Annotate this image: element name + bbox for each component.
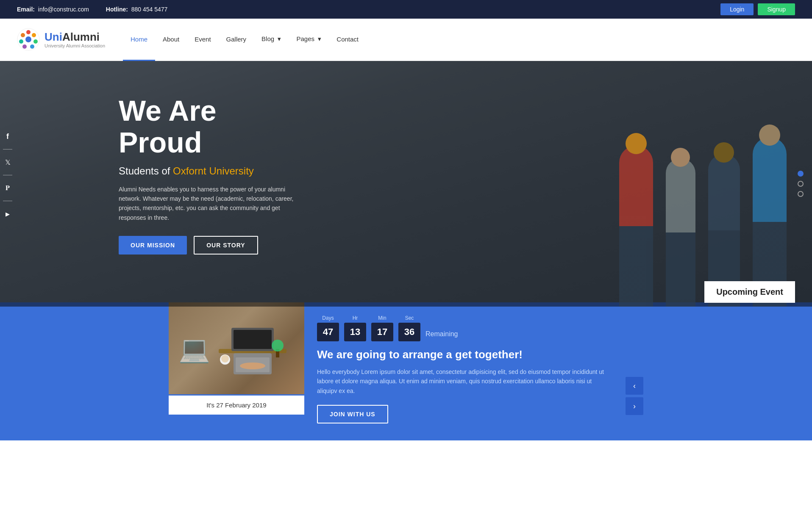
top-bar-contact: Email: info@construc.com Hotline: 880 45… [17,6,167,13]
email-value: info@construc.com [38,6,89,13]
slide-dot-3[interactable] [798,191,804,197]
navbar: UniAlumni University Alumni Association … [0,19,812,61]
social-divider-3 [3,201,12,201]
svg-point-4 [30,44,34,49]
upcoming-event-label: Upcoming Event [704,281,795,303]
svg-point-8 [25,36,31,42]
event-image [169,302,304,396]
event-date: It's 27 February 2019 [169,396,304,415]
hero-highlight: Oxfornt University [173,165,254,177]
nav-item-contact[interactable]: Contact [329,19,366,61]
svg-point-2 [32,33,36,37]
event-body: Hello everybody Lorem ipsum dolor sit am… [317,367,613,396]
event-illustration [210,315,295,383]
email-label: Email: [17,6,35,13]
svg-rect-13 [234,330,272,349]
event-title: We are going to arrange a get together! [317,348,613,361]
nav-menu: Home About Event Gallery Blog ▾ Pages ▾ … [123,19,366,61]
email-info: Email: info@construc.com [17,6,89,13]
nav-item-home[interactable]: Home [123,19,155,61]
nav-item-blog[interactable]: Blog ▾ [254,19,289,61]
event-details: Days 47 Hr 13 Min 17 Sec 36 R [304,302,626,423]
hero-subtitle: Students of Oxfornt University [119,165,297,177]
slide-dot-2[interactable] [798,181,804,187]
hero-description: Alumni Needs enables you to harness the … [119,185,297,223]
logo-text: UniAlumni University Alumni Association [44,31,105,48]
top-bar-auth: Login Signup [720,3,795,15]
youtube-icon[interactable]: ▶ [0,206,15,221]
svg-point-6 [19,39,23,44]
svg-point-18 [240,363,265,369]
social-divider-1 [3,149,12,149]
nav-item-pages[interactable]: Pages ▾ [289,19,329,61]
hotline-info: Hotline: 880 454 5477 [106,6,168,13]
brand-name: UniAlumni [44,31,105,43]
hero-content: We Are Proud Students of Oxfornt Univers… [0,61,297,271]
facebook-icon[interactable]: f [0,129,15,144]
min-value: 17 [371,323,393,341]
remaining-text: Remaining [425,330,458,340]
svg-point-1 [26,30,31,34]
story-button[interactable]: OUR STORY [194,236,258,255]
hero-section: f 𝕏 𝐏 ▶ We Are Proud Students of Oxfornt… [0,61,812,307]
svg-point-3 [33,39,38,44]
next-arrow[interactable]: › [626,397,643,415]
prev-arrow[interactable]: ‹ [626,377,643,395]
event-image-box: It's 27 February 2019 [169,302,304,423]
min-unit: Min 17 [371,315,393,341]
login-button[interactable]: Login [720,3,754,15]
hotline-label: Hotline: [106,6,128,13]
twitter-icon[interactable]: 𝕏 [0,155,15,170]
nav-item-about[interactable]: About [155,19,187,61]
slide-dot-1[interactable] [798,171,804,177]
social-sidebar: f 𝕏 𝐏 ▶ [0,125,15,226]
event-inner: It's 27 February 2019 Days 47 Hr 13 Min [152,302,660,440]
hotline-value: 880 454 5477 [131,6,168,13]
countdown-row: Days 47 Hr 13 Min 17 Sec 36 R [317,315,613,341]
hr-unit: Hr 13 [344,315,366,341]
sec-unit: Sec 36 [398,315,420,341]
hero-subtitle-prefix: Students of [119,165,173,177]
svg-point-15 [221,355,229,363]
sec-value: 36 [398,323,420,341]
join-button[interactable]: JOIN WITH US [317,405,388,423]
brand-tagline: University Alumni Association [44,43,105,48]
sec-label: Sec [405,315,414,321]
logo[interactable]: UniAlumni University Alumni Association [17,28,110,51]
hero-buttons: OUR MISSION OUR STORY [119,236,297,255]
mission-button[interactable]: OUR MISSION [119,236,187,255]
svg-point-5 [22,44,27,49]
top-bar: Email: info@construc.com Hotline: 880 45… [0,0,812,19]
logo-icon [17,28,40,51]
min-label: Min [378,315,386,321]
event-navigation: ‹ › [626,302,643,423]
nav-item-event[interactable]: Event [187,19,218,61]
svg-point-17 [272,340,284,351]
days-unit: Days 47 [317,315,339,341]
hr-value: 13 [344,323,366,341]
hero-title: We Are Proud [119,95,297,158]
days-label: Days [322,315,334,321]
days-value: 47 [317,323,339,341]
event-section: Upcoming Event [0,302,812,440]
nav-item-gallery[interactable]: Gallery [219,19,254,61]
hr-label: Hr [353,315,358,321]
signup-button[interactable]: Signup [758,3,795,15]
svg-point-7 [21,33,25,37]
slide-dots [798,171,804,197]
pinterest-icon[interactable]: 𝐏 [0,180,15,196]
social-divider-2 [3,175,12,175]
